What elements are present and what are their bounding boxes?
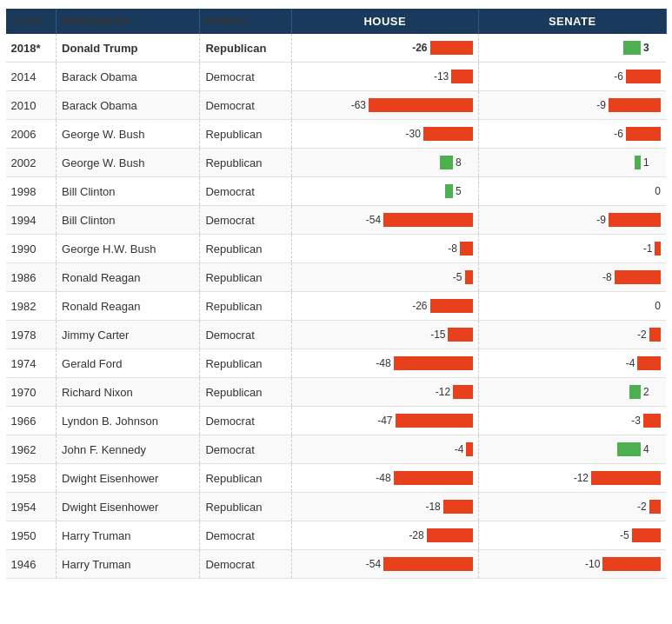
- president-cell: Barack Obama: [57, 63, 200, 91]
- year-cell: 1946: [6, 550, 57, 579]
- house-cell: -18: [291, 493, 478, 521]
- president-cell: Dwight Eisenhower: [57, 493, 200, 521]
- senate-header: SENATE: [479, 9, 666, 34]
- senate-cell: 3: [479, 34, 666, 63]
- table-row: 2002George W. BushRepublican81: [6, 149, 667, 177]
- year-cell: 1986: [6, 263, 57, 292]
- table-row: 2010Barack ObamaDemocrat-63-9: [6, 91, 667, 120]
- house-cell: 5: [291, 177, 478, 206]
- house-cell: -4: [291, 435, 478, 464]
- year-cell: 2002: [6, 149, 57, 177]
- table-row: 1946Harry TrumanDemocrat-54-10: [6, 550, 667, 579]
- house-cell: -54: [291, 550, 478, 579]
- year-header: YEAR: [6, 9, 57, 34]
- senate-cell: -8: [479, 263, 666, 292]
- year-cell: 1982: [6, 292, 57, 321]
- party-cell: Republican: [200, 378, 291, 407]
- president-header: PRESIDENT: [57, 9, 200, 34]
- year-cell: 2010: [6, 91, 57, 120]
- party-cell: Democrat: [200, 550, 291, 579]
- senate-cell: -6: [479, 120, 666, 149]
- president-cell: Jimmy Carter: [57, 321, 200, 349]
- house-cell: -13: [291, 63, 478, 91]
- party-cell: Democrat: [200, 206, 291, 235]
- president-cell: Gerald Ford: [57, 349, 200, 378]
- president-cell: Ronald Reagan: [57, 263, 200, 292]
- house-cell: -28: [291, 521, 478, 550]
- party-cell: Republican: [200, 34, 291, 63]
- year-cell: 1950: [6, 521, 57, 550]
- table-row: 1998Bill ClintonDemocrat50: [6, 177, 667, 206]
- year-cell: 2006: [6, 120, 57, 149]
- year-cell: 1970: [6, 378, 57, 407]
- year-cell: 1958: [6, 464, 57, 493]
- table-row: 1958Dwight EisenhowerRepublican-48-12: [6, 464, 667, 493]
- year-cell: 1974: [6, 349, 57, 378]
- table-row: 1974Gerald FordRepublican-48-4: [6, 349, 667, 378]
- president-cell: John F. Kennedy: [57, 435, 200, 464]
- party-cell: Republican: [200, 464, 291, 493]
- table-row: 1962John F. KennedyDemocrat-44: [6, 435, 667, 464]
- house-cell: -26: [291, 34, 478, 63]
- house-cell: -8: [291, 235, 478, 263]
- senate-cell: 2: [479, 378, 666, 407]
- senate-cell: -10: [479, 550, 666, 579]
- senate-cell: -2: [479, 321, 666, 349]
- senate-cell: -12: [479, 464, 666, 493]
- party-cell: Republican: [200, 349, 291, 378]
- house-cell: -63: [291, 91, 478, 120]
- senate-cell: -6: [479, 63, 666, 91]
- senate-cell: 0: [479, 292, 666, 321]
- year-cell: 1990: [6, 235, 57, 263]
- table-row: 1950Harry TrumanDemocrat-28-5: [6, 521, 667, 550]
- senate-cell: 4: [479, 435, 666, 464]
- senate-cell: 1: [479, 149, 666, 177]
- senate-cell: -9: [479, 206, 666, 235]
- senate-cell: -5: [479, 521, 666, 550]
- house-cell: -54: [291, 206, 478, 235]
- party-cell: Republican: [200, 120, 291, 149]
- house-cell: -47: [291, 407, 478, 435]
- house-cell: -48: [291, 464, 478, 493]
- senate-cell: 0: [479, 177, 666, 206]
- year-cell: 1978: [6, 321, 57, 349]
- party-cell: Republican: [200, 493, 291, 521]
- table-row: 1982Ronald ReaganRepublican-260: [6, 292, 667, 321]
- table-row: 2018*Donald TrumpRepublican-263: [6, 34, 667, 63]
- party-cell: Republican: [200, 235, 291, 263]
- table-row: 1966Lyndon B. JohnsonDemocrat-47-3: [6, 407, 667, 435]
- party-cell: Democrat: [200, 63, 291, 91]
- year-cell: 1962: [6, 435, 57, 464]
- party-cell: Republican: [200, 292, 291, 321]
- president-cell: George W. Bush: [57, 149, 200, 177]
- president-cell: Dwight Eisenhower: [57, 464, 200, 493]
- party-cell: Democrat: [200, 177, 291, 206]
- table-row: 2006George W. BushRepublican-30-6: [6, 120, 667, 149]
- president-cell: Donald Trump: [57, 34, 200, 63]
- house-cell: 8: [291, 149, 478, 177]
- year-cell: 2018*: [6, 34, 57, 63]
- party-cell: Democrat: [200, 521, 291, 550]
- senate-cell: -9: [479, 91, 666, 120]
- party-cell: Democrat: [200, 321, 291, 349]
- table-row: 1970Richard NixonRepublican-122: [6, 378, 667, 407]
- party-cell: Republican: [200, 149, 291, 177]
- table-row: 2014Barack ObamaDemocrat-13-6: [6, 63, 667, 91]
- house-cell: -26: [291, 292, 478, 321]
- year-cell: 1966: [6, 407, 57, 435]
- house-cell: -5: [291, 263, 478, 292]
- president-cell: Harry Truman: [57, 521, 200, 550]
- table-row: 1978Jimmy CarterDemocrat-15-2: [6, 321, 667, 349]
- president-cell: Harry Truman: [57, 550, 200, 579]
- president-cell: Bill Clinton: [57, 206, 200, 235]
- senate-cell: -2: [479, 493, 666, 521]
- year-cell: 1994: [6, 206, 57, 235]
- senate-cell: -4: [479, 349, 666, 378]
- house-cell: -15: [291, 321, 478, 349]
- party-header: PARTY: [200, 9, 291, 34]
- senate-cell: -1: [479, 235, 666, 263]
- president-cell: George W. Bush: [57, 120, 200, 149]
- table-row: 1986Ronald ReaganRepublican-5-8: [6, 263, 667, 292]
- president-cell: Bill Clinton: [57, 177, 200, 206]
- year-cell: 1954: [6, 493, 57, 521]
